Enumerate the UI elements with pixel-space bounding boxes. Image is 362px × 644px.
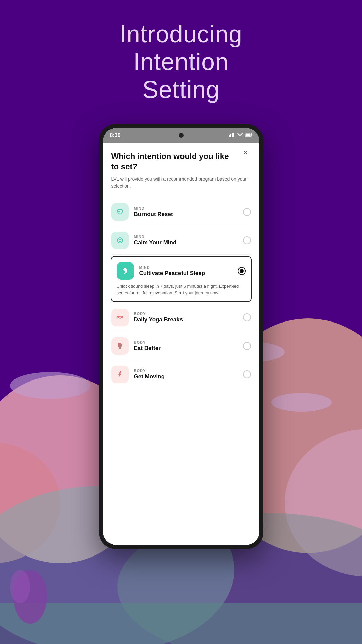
option-cultivate-sleep[interactable]: MIND Cultivate Peaceful Sleep Unlock sou… [111, 256, 252, 302]
svg-point-11 [10, 570, 30, 603]
option-daily-yoga[interactable]: BODY Daily Yoga Breaks [111, 303, 251, 332]
calm-mind-icon [111, 232, 129, 249]
get-moving-icon [111, 366, 129, 383]
svg-rect-14 [232, 133, 233, 137]
svg-rect-13 [230, 134, 231, 137]
yoga-icon [111, 309, 129, 326]
svg-rect-15 [233, 133, 234, 137]
main-title: Introducing Intention Setting [0, 20, 362, 103]
eat-better-name: Eat Better [134, 345, 243, 352]
title-line-1: Introducing [120, 20, 242, 47]
calm-mind-text: MIND Calm Your Mind [134, 235, 243, 246]
burnout-reset-icon [111, 203, 129, 221]
yoga-name: Daily Yoga Breaks [134, 316, 243, 323]
eat-better-text: BODY Eat Better [134, 340, 243, 352]
burnout-reset-radio[interactable] [243, 208, 251, 216]
hero-title-area: Introducing Intention Setting [0, 20, 362, 103]
status-bar: 8:30 [103, 128, 259, 143]
sleep-icon [117, 262, 134, 280]
phone-device: 8:30 × [99, 124, 263, 549]
option-eat-better[interactable]: BODY Eat Better [111, 332, 251, 360]
svg-point-19 [117, 238, 123, 243]
radio-inner [240, 269, 244, 273]
get-moving-radio[interactable] [243, 370, 251, 378]
svg-rect-17 [251, 134, 252, 136]
yoga-radio[interactable] [243, 313, 251, 321]
svg-point-10 [13, 570, 47, 624]
option-calm-mind[interactable]: MIND Calm Your Mind [111, 226, 251, 255]
modal-title: Which intention would you like to set? [111, 151, 251, 172]
modal-subtitle: LVL will provide you with a recommended … [111, 176, 251, 190]
burnout-reset-text: MIND Burnout Reset [134, 206, 243, 218]
calm-mind-radio[interactable] [243, 236, 251, 244]
signal-icon [229, 133, 235, 138]
sleep-category: MIND [139, 265, 238, 269]
eat-better-category: BODY [134, 340, 243, 344]
svg-point-6 [10, 372, 90, 399]
sleep-selected-row: MIND Cultivate Peaceful Sleep [117, 262, 246, 280]
calm-mind-category: MIND [134, 235, 243, 239]
status-icons [229, 132, 252, 138]
camera-notch [179, 133, 184, 138]
sleep-text: MIND Cultivate Peaceful Sleep [139, 265, 238, 277]
modal-content: × Which intention would you like to set?… [103, 143, 259, 545]
phone-frame: 8:30 × [99, 124, 263, 549]
sleep-radio[interactable] [238, 267, 246, 275]
svg-rect-18 [245, 134, 250, 136]
burnout-reset-name: Burnout Reset [134, 211, 243, 218]
burnout-reset-category: MIND [134, 206, 243, 210]
svg-point-1 [0, 443, 60, 563]
get-moving-category: BODY [134, 369, 243, 373]
svg-point-8 [271, 393, 332, 412]
close-button[interactable]: × [240, 147, 251, 158]
get-moving-name: Get Moving [134, 373, 243, 380]
sleep-name: Cultivate Peaceful Sleep [139, 270, 238, 277]
phone-screen: 8:30 × [103, 128, 259, 545]
wifi-icon [237, 133, 243, 138]
sleep-description: Unlock sound sleep in 7 days, just 5 min… [117, 283, 246, 296]
calm-mind-name: Calm Your Mind [134, 239, 243, 246]
svg-rect-12 [229, 135, 230, 137]
get-moving-text: BODY Get Moving [134, 369, 243, 380]
title-line-3: Setting [142, 76, 220, 103]
option-burnout-reset[interactable]: MIND Burnout Reset [111, 198, 251, 226]
title-line-2: Intention [133, 48, 229, 75]
svg-rect-9 [0, 603, 362, 644]
option-get-moving[interactable]: BODY Get Moving [111, 360, 251, 389]
status-time: 8:30 [110, 132, 121, 138]
battery-icon [245, 132, 252, 138]
svg-point-3 [285, 429, 362, 577]
eat-better-radio[interactable] [243, 342, 251, 350]
yoga-category: BODY [134, 312, 243, 316]
yoga-text: BODY Daily Yoga Breaks [134, 312, 243, 323]
eat-better-icon [111, 337, 129, 355]
